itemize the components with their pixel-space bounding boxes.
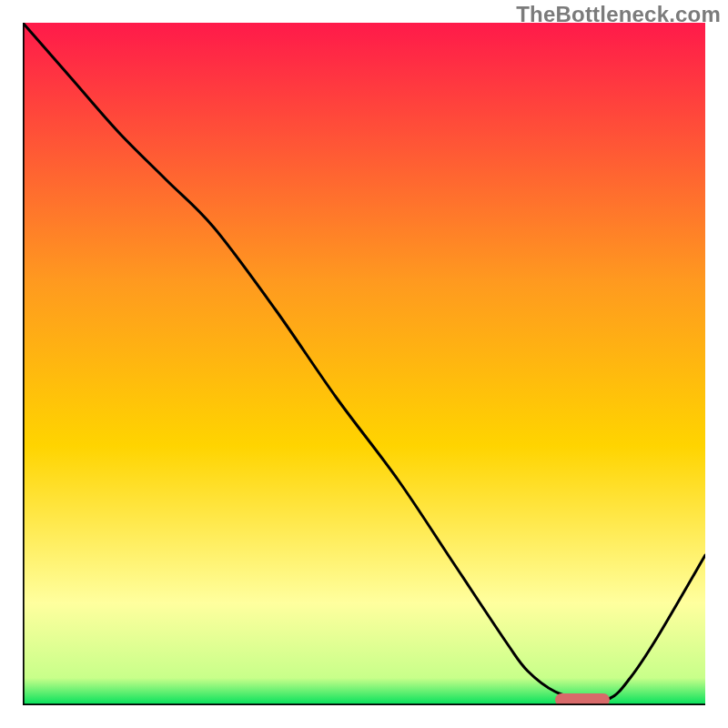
gradient-background bbox=[23, 23, 705, 705]
watermark-text: TheBottleneck.com bbox=[516, 2, 721, 27]
target-marker bbox=[555, 693, 610, 705]
chart-container: { "watermark": "TheBottleneck.com", "col… bbox=[0, 0, 728, 728]
plot-svg bbox=[23, 23, 705, 705]
